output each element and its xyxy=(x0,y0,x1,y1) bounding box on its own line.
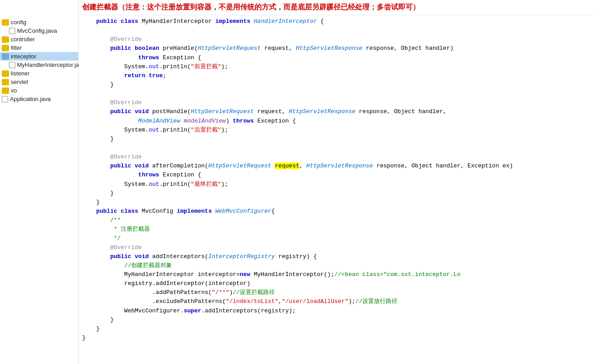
main-content: 创建拦截器（注意：这个注册放置到容器，不是用传统的方式，而是底层另辟蹊径已经处理… xyxy=(79,0,594,364)
file-icon xyxy=(2,96,8,102)
sidebar-label: MvcConfig.java xyxy=(17,27,57,34)
sidebar-item-servlet[interactable]: servlet xyxy=(0,78,78,86)
sidebar-label: vo xyxy=(11,87,17,94)
folder-icon xyxy=(2,45,9,51)
sidebar-item-inteceptor[interactable]: inteceptor xyxy=(0,52,78,61)
folder-icon xyxy=(2,88,9,94)
sidebar-label: inteceptor xyxy=(11,53,36,60)
header-banner: 创建拦截器（注意：这个注册放置到容器，不是用传统的方式，而是底层另辟蹊径已经处理… xyxy=(79,0,594,15)
sidebar-label: servlet xyxy=(11,79,28,85)
sidebar-item-myhandler[interactable]: MyHandlerInterceptor.java xyxy=(0,61,78,69)
sidebar-item-config[interactable]: config xyxy=(0,18,78,26)
code-editor[interactable]: public class MyHandlerInterceptor implem… xyxy=(79,15,594,344)
sidebar-label: filter xyxy=(11,44,22,51)
folder-icon xyxy=(2,19,9,26)
sidebar-label: Application.java xyxy=(10,96,51,102)
file-tree-sidebar: config MvcConfig.java controller filter … xyxy=(0,0,79,364)
folder-icon xyxy=(2,53,9,60)
sidebar-item-filter[interactable]: filter xyxy=(0,44,78,52)
sidebar-item-mvcconfig[interactable]: MvcConfig.java xyxy=(0,26,78,35)
sidebar-label: controller xyxy=(11,36,35,43)
page-title: 创建拦截器（注意：这个注册放置到容器，不是用传统的方式，而是底层另辟蹊径已经处理… xyxy=(82,3,420,11)
file-icon xyxy=(9,62,15,68)
sidebar-item-application[interactable]: Application.java xyxy=(0,95,78,103)
folder-icon xyxy=(2,36,9,43)
sidebar-item-controller[interactable]: controller xyxy=(0,35,78,44)
folder-icon xyxy=(2,70,9,77)
file-icon xyxy=(9,28,15,34)
sidebar-label: MyHandlerInterceptor.java xyxy=(17,61,85,68)
sidebar-item-listener[interactable]: listener xyxy=(0,69,78,78)
sidebar-item-vo[interactable]: vo xyxy=(0,86,78,95)
folder-icon xyxy=(2,79,9,85)
sidebar-label: listener xyxy=(11,70,30,77)
sidebar-label: config xyxy=(11,19,26,26)
